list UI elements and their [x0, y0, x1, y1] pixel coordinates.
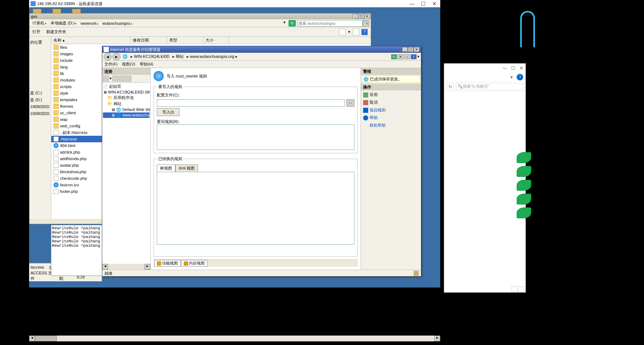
iis-crumb[interactable]: ▸ 网站	[171, 54, 185, 59]
iis-crumb[interactable]: ▸ www.wutanchuangxs.org ▸	[185, 54, 239, 59]
nav-item[interactable]: 盘 (D:)	[30, 96, 50, 103]
host-help-icon[interactable]: ?	[517, 74, 523, 80]
config-file-input[interactable]	[157, 99, 345, 107]
menu-view[interactable]: 视图(V)	[122, 62, 135, 67]
tree-site-selected[interactable]: ⊞ 🌐 www.wutanchuangxs.	[103, 112, 150, 118]
file-name: include	[60, 58, 73, 63]
notepad-window[interactable]: RewriteRule ^paihang RewriteRule ^paihan…	[51, 225, 104, 276]
rdp-maximize[interactable]: ☐	[421, 1, 426, 7]
desktop-scrollbar[interactable]: ◄ ►	[29, 336, 440, 341]
folder-icon	[53, 117, 59, 122]
menu-help[interactable]: 帮助(H)	[140, 62, 153, 67]
host-minimize[interactable]: —	[502, 66, 507, 71]
col-date[interactable]: 修改日期	[131, 37, 167, 44]
tab-xmlview[interactable]: Xml 视图	[175, 164, 198, 172]
host-refresh[interactable]: ↻	[446, 83, 454, 90]
home-button[interactable]: ⌂	[404, 54, 410, 59]
host-titlebar[interactable]: — ☐ ✕	[444, 64, 525, 72]
connections-tree[interactable]: 📄 起始页 🖥 WIN-KC19Q4LEI0D (WIN-KC1 📁 应用程序池…	[102, 83, 150, 264]
file-name: images	[60, 52, 73, 56]
tree-server[interactable]: 🖥 WIN-KC19Q4LEI0D (WIN-KC1	[103, 90, 150, 95]
features-view-tab[interactable]: 功能视图	[154, 260, 180, 267]
tree-start[interactable]: 📄 起始页	[103, 83, 150, 90]
host-view-switch	[512, 286, 524, 292]
action-help[interactable]: 帮助	[362, 114, 420, 122]
converted-rules-legend: 已转换的规则	[157, 156, 184, 162]
search-input[interactable]	[298, 21, 353, 25]
close-button[interactable]: ✕	[414, 47, 420, 52]
connections-scrollbar[interactable]: ◄►	[102, 264, 150, 270]
menu-file[interactable]: 文件(F)	[104, 62, 118, 67]
converted-rules-tree[interactable]	[157, 172, 354, 245]
search-button[interactable]: 🔍	[363, 20, 369, 27]
action-back[interactable]: 返回规则	[362, 106, 420, 114]
folder-icon	[53, 97, 59, 102]
details-view-icon[interactable]	[512, 286, 517, 292]
refresh-button[interactable]: ↻	[289, 20, 296, 27]
action-cancel[interactable]: 取消	[362, 99, 420, 106]
tree-default-site[interactable]: ⊞ 🌐 Default Web Site	[103, 107, 150, 112]
view-menu-icon[interactable]	[339, 29, 346, 35]
info-icon	[363, 77, 369, 82]
breadcrumb[interactable]: 本地磁盘 (D:)	[49, 20, 79, 26]
import-button[interactable]: 导入(I)	[157, 108, 179, 116]
minimize-button[interactable]: _	[402, 47, 408, 52]
delete-icon[interactable]	[119, 76, 125, 82]
file-name: footer.php	[60, 189, 78, 194]
iis-crumb[interactable]: ▸ WIN-KC19Q4LEI0D	[129, 54, 171, 59]
col-name[interactable]: 名称 ▴	[51, 37, 131, 44]
newfolder-button[interactable]: 新建文件夹	[46, 29, 66, 35]
help-button[interactable]: ?	[411, 54, 417, 59]
view-dropdown[interactable]: ▾	[348, 29, 350, 34]
action-online-help[interactable]: 联机帮助	[362, 122, 420, 129]
rewrite-icon	[154, 71, 164, 81]
host-search[interactable]: 🔍 搜索"5-伪静态"	[456, 83, 523, 90]
file-icon	[53, 156, 59, 161]
search-box[interactable]	[297, 20, 363, 27]
rewrite-rules-textarea[interactable]	[157, 124, 354, 150]
content-view-tab[interactable]: 内容视图	[181, 260, 207, 267]
breadcrumb[interactable]: wutanchuangxs	[101, 21, 135, 25]
nav-item[interactable]: 盘 (C:)	[30, 90, 50, 96]
nav-item[interactable]: 的位置	[30, 39, 50, 46]
nav-item[interactable]: 190903DD 上	[30, 103, 50, 110]
up-icon[interactable]	[126, 76, 131, 82]
browse-button[interactable]: …	[346, 99, 354, 107]
preview-pane-icon[interactable]	[353, 29, 359, 35]
help-icon[interactable]: ?	[361, 29, 368, 35]
go-button[interactable]: ↻	[391, 54, 397, 59]
rdp-close[interactable]: ✕	[432, 1, 437, 7]
open-button[interactable]: 打开	[32, 29, 40, 35]
forward-button[interactable]: ►	[112, 53, 120, 60]
stop-button[interactable]: ✕	[398, 54, 404, 59]
file-list-header[interactable]: 名称 ▴ 修改日期 类型 大小	[51, 37, 371, 44]
tree-apppool[interactable]: 📁 应用程序池	[103, 95, 150, 101]
connect-icon[interactable]	[103, 76, 109, 82]
tab-treeview[interactable]: 树视图	[157, 164, 175, 172]
host-maximize[interactable]: ☐	[511, 66, 515, 71]
tree-sites[interactable]: 📁 网站	[103, 101, 150, 107]
action-apply[interactable]: 应用	[362, 91, 420, 99]
col-size[interactable]: 大小	[203, 37, 229, 44]
maximize-button[interactable]: ☐	[358, 14, 364, 19]
icons-view-icon[interactable]	[518, 286, 524, 292]
maximize-button[interactable]: ☐	[408, 47, 414, 52]
col-type[interactable]: 类型	[167, 37, 203, 44]
close-button[interactable]: ✕	[364, 14, 370, 19]
breadcrumb[interactable]: wwwroot	[79, 21, 101, 25]
rdp-minimize[interactable]: —	[409, 1, 414, 7]
minimize-button[interactable]: _	[353, 14, 358, 19]
explorer-titlebar[interactable]: gxs _ ☐ ✕	[29, 13, 371, 19]
back-button[interactable]: ◄	[104, 53, 112, 60]
save-icon[interactable]	[112, 76, 118, 82]
folder-icon	[53, 78, 59, 83]
host-close[interactable]: ✕	[520, 66, 523, 71]
iis-titlebar[interactable]: Internet 信息服务(IIS)管理器 _ ☐ ✕	[102, 46, 421, 53]
explorer-nav-pane[interactable]: 的位置 盘 (C:) 盘 (D:) 190903DD 上 190903DD 上	[29, 37, 51, 219]
file-name: themes	[60, 104, 73, 108]
file-name: uc_client	[60, 111, 76, 115]
address-dropdown[interactable]: ▾	[281, 20, 288, 27]
folder-icon	[53, 51, 59, 56]
nav-item[interactable]: 190903DD 上	[30, 110, 50, 117]
breadcrumb[interactable]: 计算机	[31, 20, 49, 26]
